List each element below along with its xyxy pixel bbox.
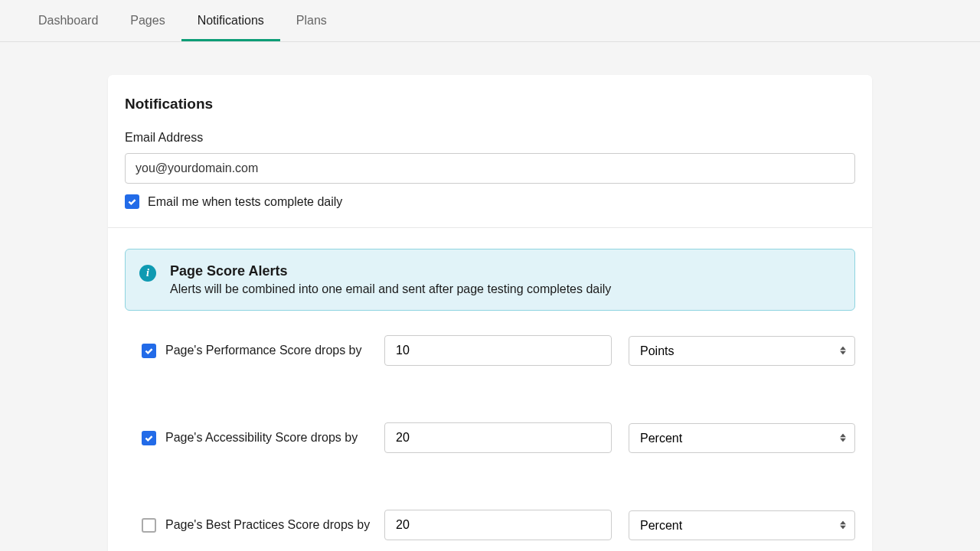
alerts-section: i Page Score Alerts Alerts will be combi… xyxy=(108,228,872,551)
alert-value-input-accessibility[interactable] xyxy=(384,422,612,453)
tab-plans[interactable]: Plans xyxy=(280,0,343,41)
email-input[interactable] xyxy=(125,153,855,184)
alert-row-performance: Page's Performance Score drops by Points xyxy=(142,335,855,366)
tab-notifications[interactable]: Notifications xyxy=(181,0,280,41)
email-daily-checkbox[interactable] xyxy=(125,194,139,209)
alert-unit-select-best-practices[interactable]: Percent xyxy=(629,510,855,540)
alert-label: Page's Accessibility Score drops by xyxy=(165,431,358,445)
alert-unit-select-accessibility[interactable]: Percent xyxy=(629,423,855,453)
info-title: Page Score Alerts xyxy=(170,263,611,279)
alert-value-input-performance[interactable] xyxy=(384,335,612,366)
info-desc: Alerts will be combined into one email a… xyxy=(170,282,611,296)
alert-row-best-practices: Page's Best Practices Score drops by Per… xyxy=(142,510,855,540)
main-card: Notifications Email Address Email me whe… xyxy=(108,75,872,551)
alert-label: Page's Performance Score drops by xyxy=(165,344,362,357)
info-box: i Page Score Alerts Alerts will be combi… xyxy=(125,249,855,311)
alert-checkbox-performance[interactable] xyxy=(142,344,156,358)
alert-checkbox-best-practices[interactable] xyxy=(142,518,156,533)
top-tabs: Dashboard Pages Notifications Plans xyxy=(0,0,980,42)
email-checkbox-label: Email me when tests complete daily xyxy=(148,195,342,209)
page-title: Notifications xyxy=(125,96,855,112)
alert-value-input-best-practices[interactable] xyxy=(384,510,612,540)
alerts-list: Page's Performance Score drops by Points xyxy=(125,335,855,551)
alert-unit-select-performance[interactable]: Points xyxy=(629,336,855,366)
email-section: Notifications Email Address Email me whe… xyxy=(108,75,872,228)
alert-row-accessibility: Page's Accessibility Score drops by Perc… xyxy=(142,422,855,453)
info-icon: i xyxy=(139,265,156,282)
email-label: Email Address xyxy=(125,131,855,145)
alert-checkbox-accessibility[interactable] xyxy=(142,431,156,445)
tab-pages[interactable]: Pages xyxy=(114,0,181,41)
tab-dashboard[interactable]: Dashboard xyxy=(22,0,114,41)
alert-label: Page's Best Practices Score drops by xyxy=(165,518,370,532)
email-checkbox-row: Email me when tests complete daily xyxy=(125,194,855,209)
